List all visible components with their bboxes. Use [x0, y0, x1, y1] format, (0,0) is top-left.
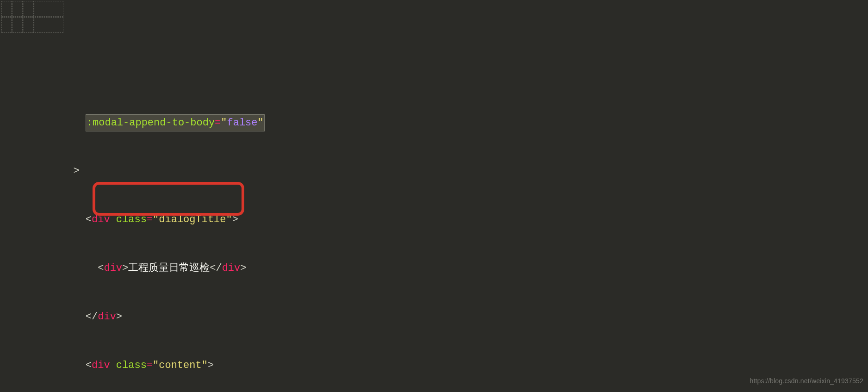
code-line[interactable]: :modal-append-to-body="false"	[0, 114, 868, 131]
attr-name: :modal-append-to-body	[87, 117, 215, 129]
watermark-text: https://blog.csdn.net/weixin_41937552	[750, 373, 863, 389]
annotation-highlight-box	[93, 182, 244, 216]
code-line[interactable]: <div class="dialogTitle">	[0, 212, 868, 228]
gutter-row	[1, 17, 64, 33]
code-line[interactable]: <div>工程质量日常巡检</div>	[0, 260, 868, 276]
code-line[interactable]: <div class="content">	[0, 357, 868, 373]
code-line[interactable]: >	[0, 163, 868, 179]
code-line[interactable]: </div>	[0, 309, 868, 325]
code-editor[interactable]: :modal-append-to-body="false" > <div cla…	[0, 0, 868, 392]
gutter-row	[1, 1, 64, 17]
